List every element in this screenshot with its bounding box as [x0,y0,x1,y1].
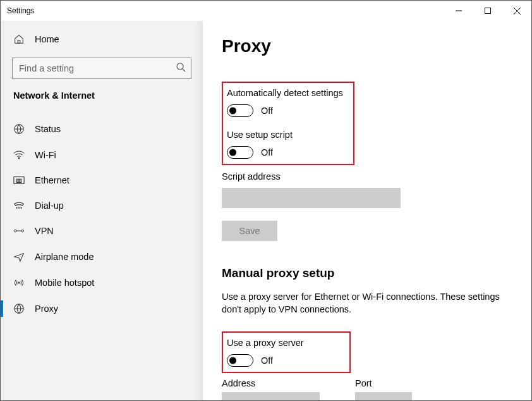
sidebar-item-label: Airplane mode [35,252,94,262]
home-icon [13,34,25,45]
svg-point-14 [16,207,17,208]
svg-point-16 [21,207,21,208]
use-proxy-toggle[interactable] [227,354,253,367]
svg-line-6 [183,69,185,71]
address-port-row: Address Port [222,378,512,400]
port-input[interactable] [355,392,412,400]
settings-window: Settings Home Networ [0,0,532,401]
maximize-button[interactable] [473,1,502,21]
use-script-label: Use setup script [227,130,346,140]
script-address-input[interactable] [222,188,401,208]
sidebar-item-vpn[interactable]: VPN [1,218,203,244]
port-label: Port [355,378,412,388]
sidebar-item-hotspot[interactable]: Mobile hotspot [1,270,203,295]
auto-detect-label: Automatically detect settings [227,88,346,98]
sidebar-item-label: Wi-Fi [35,150,56,160]
sidebar-item-label: Dial-up [35,200,64,211]
sidebar-item-ethernet[interactable]: Ethernet [1,168,203,193]
search-icon [176,62,186,75]
auto-detect-toggle[interactable] [227,104,253,117]
svg-point-8 [18,157,20,159]
sidebar-item-dialup[interactable]: Dial-up [1,193,203,218]
home-label: Home [35,34,59,44]
use-proxy-toggle-row: Off [227,354,342,367]
wifi-icon [13,151,25,159]
status-icon [13,123,25,135]
use-proxy-label: Use a proxy server [227,338,342,348]
script-address-label: Script address [222,171,512,182]
svg-point-20 [18,282,20,283]
sidebar-item-label: VPN [35,226,54,236]
proxy-icon [13,303,25,314]
home-nav[interactable]: Home [1,30,203,49]
sidebar-item-airplane[interactable]: Airplane mode [1,244,203,270]
sidebar-item-label: Status [35,124,61,134]
sidebar-item-label: Proxy [35,304,58,314]
sidebar-item-label: Mobile hotspot [35,278,94,288]
close-button[interactable] [502,1,531,21]
auto-detect-toggle-row: Off [227,104,346,117]
sidebar-item-label: Ethernet [35,175,70,185]
highlight-auto-section: Automatically detect settings Off Use se… [222,82,354,165]
content-area: Home Network & Internet Status Wi-Fi [1,21,531,400]
sidebar-item-proxy[interactable]: Proxy [1,295,203,322]
page-title: Proxy [222,36,512,56]
save-button[interactable]: Save [222,221,277,241]
airplane-icon [13,251,25,262]
address-input[interactable] [222,392,320,400]
search-input[interactable] [19,63,176,73]
svg-rect-4 [18,40,20,44]
dialup-icon [13,201,25,210]
use-script-toggle[interactable] [227,146,253,159]
search-box[interactable] [12,58,191,79]
nav-list: Status Wi-Fi Ethernet Dial-up VPN [1,116,203,322]
use-proxy-state: Off [261,355,273,366]
sidebar-section-header: Network & Internet [1,90,203,101]
hotspot-icon [13,278,25,288]
sidebar-item-wifi[interactable]: Wi-Fi [1,142,203,168]
use-script-state: Off [261,147,273,157]
svg-point-15 [18,207,19,208]
titlebar: Settings [1,1,531,21]
sidebar: Home Network & Internet Status Wi-Fi [1,21,203,400]
minimize-button[interactable] [444,1,473,21]
svg-point-5 [177,63,183,70]
sidebar-item-status[interactable]: Status [1,116,203,142]
manual-desc: Use a proxy server for Ethernet or Wi-Fi… [222,290,500,316]
main-panel: Proxy Automatically detect settings Off … [203,21,531,400]
svg-point-17 [14,230,16,232]
vpn-icon [13,226,25,235]
address-label: Address [222,378,320,388]
svg-rect-1 [485,8,491,14]
svg-point-18 [21,230,24,232]
use-script-toggle-row: Off [227,146,346,159]
window-title: Settings [7,6,34,15]
ethernet-icon [13,176,25,185]
auto-detect-state: Off [261,106,273,116]
highlight-manual-section: Use a proxy server Off [222,331,351,373]
manual-section-title: Manual proxy setup [222,266,512,280]
